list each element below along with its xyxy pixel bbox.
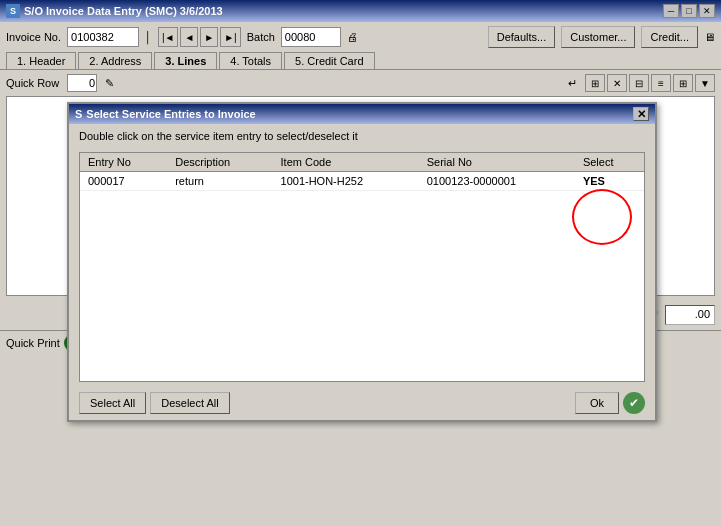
lines-toolbar: Quick Row ✎ ↵ ⊞ ✕ ⊟ ≡ ⊞ ▼ bbox=[0, 70, 721, 96]
lines-icon-1[interactable]: ⊞ bbox=[585, 74, 605, 92]
service-entries-table: Entry No Description Item Code Serial No… bbox=[80, 153, 644, 191]
batch-label: Batch bbox=[247, 31, 275, 43]
tab-totals[interactable]: 4. Totals bbox=[219, 52, 282, 69]
minimize-button[interactable]: ─ bbox=[663, 4, 679, 18]
window-controls: ─ □ ✕ bbox=[663, 4, 715, 18]
cell-entry-no: 000017 bbox=[80, 172, 167, 191]
cell-item-code: 1001-HON-H252 bbox=[273, 172, 419, 191]
ok-icon: ✔ bbox=[623, 392, 645, 414]
tab-bar: 1. Header 2. Address 3. Lines 4. Totals … bbox=[0, 52, 721, 70]
lines-icon-3[interactable]: ⊟ bbox=[629, 74, 649, 92]
table-row[interactable]: 000017 return 1001-HON-H252 0100123-0000… bbox=[80, 172, 644, 191]
lines-icon-2[interactable]: ✕ bbox=[607, 74, 627, 92]
batch-input[interactable] bbox=[281, 27, 341, 47]
col-serial-no: Serial No bbox=[419, 153, 575, 172]
col-entry-no: Entry No bbox=[80, 153, 167, 172]
invoice-number-input[interactable] bbox=[67, 27, 139, 47]
quick-row-label: Quick Row bbox=[6, 77, 59, 89]
nav-prev-button[interactable]: ◄ bbox=[180, 27, 198, 47]
cell-serial-no: 0100123-0000001 bbox=[419, 172, 575, 191]
select-yes-annotation bbox=[572, 189, 632, 245]
dialog-icon: S bbox=[75, 108, 82, 120]
nav-last-button[interactable]: ►| bbox=[220, 27, 241, 47]
tab-address[interactable]: 2. Address bbox=[78, 52, 152, 69]
select-all-button[interactable]: Select All bbox=[79, 392, 146, 414]
tab-header[interactable]: 1. Header bbox=[6, 52, 76, 69]
edit-icon: ✎ bbox=[105, 77, 114, 90]
nav-next-button[interactable]: ► bbox=[200, 27, 218, 47]
top-toolbar: Invoice No. │ |◄ ◄ ► ►| Batch 🖨 Defaults… bbox=[0, 22, 721, 52]
dialog-title: Select Service Entries to Invoice bbox=[86, 108, 255, 120]
invoice-label: Invoice No. bbox=[6, 31, 61, 43]
credit-button[interactable]: Credit... bbox=[641, 26, 698, 48]
service-entries-table-wrap: Entry No Description Item Code Serial No… bbox=[79, 152, 645, 382]
lines-icon-5[interactable]: ⊞ bbox=[673, 74, 693, 92]
dialog-title-bar: S Select Service Entries to Invoice ✕ bbox=[69, 104, 655, 124]
dialog-bottom-bar: Select All Deselect All Ok ✔ bbox=[69, 386, 655, 420]
service-entries-dialog: S Select Service Entries to Invoice ✕ Do… bbox=[67, 102, 657, 422]
window-title: S/O Invoice Data Entry (SMC) 3/6/2013 bbox=[24, 5, 223, 17]
amount-display: .00 bbox=[665, 305, 715, 325]
defaults-button[interactable]: Defaults... bbox=[488, 26, 556, 48]
quick-print-label: Quick Print bbox=[6, 337, 60, 349]
dialog-bottom-left: Select All Deselect All bbox=[79, 392, 230, 414]
invoice-nav: |◄ ◄ ► ►| bbox=[158, 27, 241, 47]
app-icon: S bbox=[6, 4, 20, 18]
cell-select: YES bbox=[575, 172, 644, 191]
col-select: Select bbox=[575, 153, 644, 172]
quick-row-input[interactable] bbox=[67, 74, 97, 92]
content-area: S Select Service Entries to Invoice ✕ Do… bbox=[6, 96, 715, 296]
maximize-button[interactable]: □ bbox=[681, 4, 697, 18]
dialog-bottom-right: Ok ✔ bbox=[575, 392, 645, 414]
cell-description: return bbox=[167, 172, 272, 191]
lines-dropdown[interactable]: ▼ bbox=[695, 74, 715, 92]
tab-credit-card[interactable]: 5. Credit Card bbox=[284, 52, 374, 69]
lines-icon-group: ⊞ ✕ ⊟ ≡ ⊞ ▼ bbox=[585, 74, 715, 92]
title-bar: S S/O Invoice Data Entry (SMC) 3/6/2013 … bbox=[0, 0, 721, 22]
printer-icon: 🖥 bbox=[704, 31, 715, 43]
tab-lines[interactable]: 3. Lines bbox=[154, 52, 217, 69]
deselect-all-button[interactable]: Deselect All bbox=[150, 392, 229, 414]
customer-button[interactable]: Customer... bbox=[561, 26, 635, 48]
dialog-close-button[interactable]: ✕ bbox=[633, 107, 649, 121]
lines-icon-4[interactable]: ≡ bbox=[651, 74, 671, 92]
return-icon: ↵ bbox=[568, 77, 577, 90]
col-description: Description bbox=[167, 153, 272, 172]
batch-icon: 🖨 bbox=[347, 31, 358, 43]
spacer-tick: │ bbox=[145, 31, 152, 43]
close-button[interactable]: ✕ bbox=[699, 4, 715, 18]
col-item-code: Item Code bbox=[273, 153, 419, 172]
dialog-instruction: Double click on the service item entry t… bbox=[69, 124, 655, 148]
nav-first-button[interactable]: |◄ bbox=[158, 27, 179, 47]
ok-button[interactable]: Ok bbox=[575, 392, 619, 414]
